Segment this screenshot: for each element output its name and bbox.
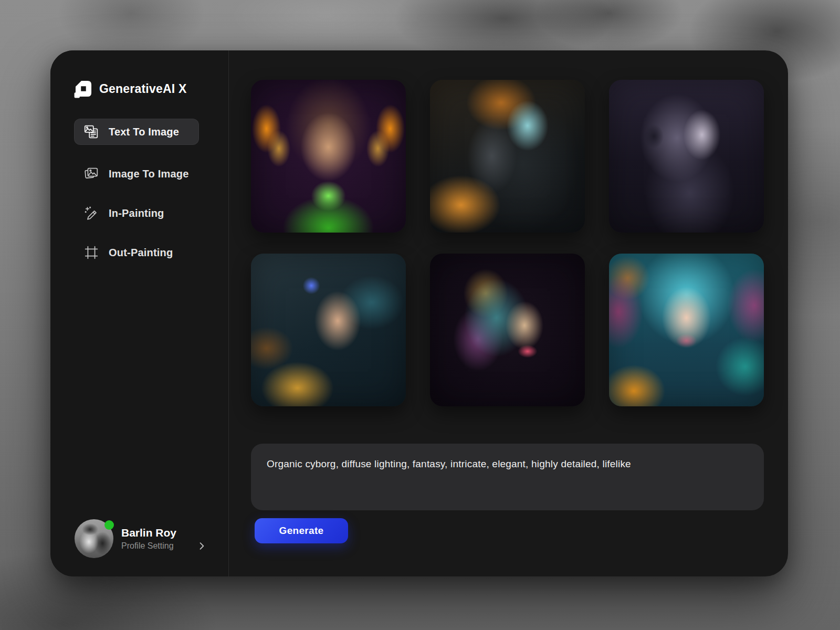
in-painting-icon	[83, 205, 100, 222]
sidebar-menu: Text To Image Image To Image	[74, 119, 199, 279]
image-to-image-icon	[83, 165, 100, 182]
generated-image-grid	[251, 80, 764, 406]
app-logo: GenerativeAI X	[74, 79, 186, 99]
desktop-backdrop: { "app": { "title": "GenerativeAI X" }, …	[0, 0, 840, 630]
sidebar-item-label: Text To Image	[109, 126, 179, 138]
generated-image-4[interactable]	[251, 254, 406, 406]
profile-subtitle: Profile Setting	[121, 541, 176, 551]
logo-icon	[74, 79, 93, 99]
profile-names: Barlin Roy Profile Setting	[121, 527, 176, 551]
generated-image-3[interactable]	[609, 80, 764, 233]
sidebar-item-label: In-Painting	[109, 207, 164, 219]
app-title: GenerativeAI X	[99, 82, 186, 96]
sidebar-item-image-to-image[interactable]: Image To Image	[74, 161, 199, 187]
generated-image-2[interactable]	[430, 80, 585, 233]
profile-setting-row[interactable]: Barlin Roy Profile Setting	[75, 519, 207, 559]
sidebar-item-text-to-image[interactable]: Text To Image	[74, 119, 199, 145]
out-painting-icon	[83, 244, 100, 261]
text-to-image-icon	[83, 123, 100, 140]
app-window: GenerativeAI X Text To Image	[50, 50, 788, 576]
chevron-right-icon[interactable]	[196, 541, 207, 551]
sidebar-item-in-painting[interactable]: In-Painting	[74, 200, 199, 226]
sidebar-item-out-painting[interactable]: Out-Painting	[74, 239, 199, 266]
generated-image-6[interactable]	[609, 254, 764, 406]
online-status-dot	[104, 520, 114, 530]
generated-image-1[interactable]	[251, 80, 406, 233]
sidebar: GenerativeAI X Text To Image	[50, 50, 229, 576]
generated-image-5[interactable]	[430, 254, 585, 406]
profile-name: Barlin Roy	[121, 527, 176, 539]
sidebar-item-label: Out-Painting	[109, 247, 173, 259]
avatar	[75, 519, 113, 558]
prompt-input[interactable]: Organic cyborg, diffuse lighting, fantas…	[251, 444, 764, 510]
sidebar-item-label: Image To Image	[109, 168, 188, 180]
generate-button[interactable]: Generate	[255, 518, 348, 543]
